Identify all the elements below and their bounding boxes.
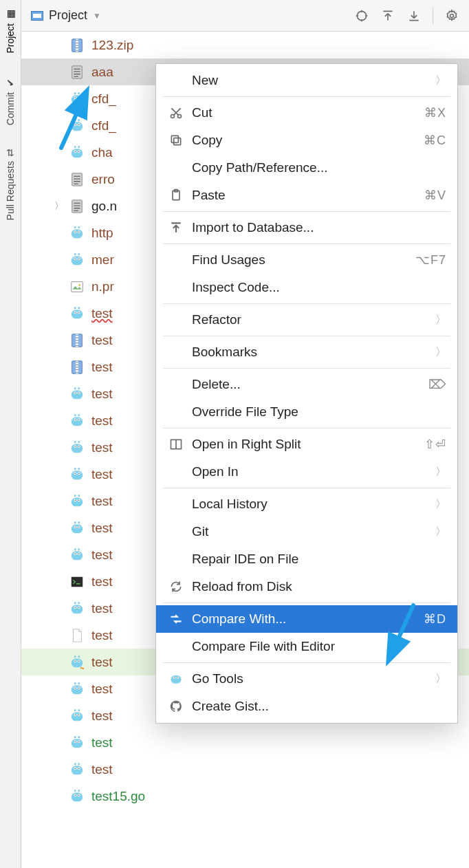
chevron-right-icon: 〉 (435, 497, 446, 512)
view-selector[interactable]: Project ▼ (31, 8, 101, 23)
file-type-icon (69, 279, 85, 294)
menu-label: Paste (192, 188, 424, 203)
menu-item[interactable]: Repair IDE on File (156, 545, 457, 573)
menu-separator (163, 488, 450, 488)
menu-item[interactable]: Import to Database... (156, 214, 457, 241)
menu-item[interactable]: Override File Type (156, 398, 457, 426)
menu-item[interactable]: Inspect Code... (156, 274, 457, 301)
svg-point-59 (78, 392, 79, 393)
svg-point-118 (78, 655, 80, 658)
file-type-icon (69, 387, 85, 402)
svg-point-66 (78, 419, 79, 420)
svg-point-122 (75, 687, 76, 688)
file-label: test (91, 306, 113, 321)
svg-rect-126 (72, 712, 83, 721)
menu-item[interactable]: Copy Path/Reference... (156, 154, 457, 182)
gear-icon[interactable] (444, 8, 459, 23)
expand-all-icon[interactable] (380, 8, 395, 23)
file-label: test (91, 708, 113, 724)
svg-point-95 (74, 521, 76, 523)
svg-rect-19 (72, 149, 83, 158)
menu-item[interactable]: Compare With...⌘D (156, 605, 457, 633)
menu-separator (163, 303, 450, 304)
menu-item[interactable]: Reload from Disk (156, 573, 457, 600)
file-label: test (91, 387, 113, 402)
menu-label: Copy (192, 133, 424, 148)
file-type-icon (69, 628, 85, 643)
menu-item[interactable]: Refactor〉 (156, 306, 457, 334)
file-type-icon (69, 226, 85, 241)
svg-point-39 (78, 258, 79, 259)
chevron-right-icon[interactable]: 〉 (54, 200, 64, 213)
menu-label: Refactor (192, 312, 435, 327)
menu-item[interactable]: Compare File with Editor (156, 633, 457, 660)
svg-rect-69 (72, 444, 83, 453)
menu-item[interactable]: Find Usages⌥F7 (156, 246, 457, 274)
svg-point-31 (75, 231, 76, 232)
svg-point-65 (75, 419, 76, 420)
menu-item[interactable]: Delete...⌦ (156, 371, 457, 398)
toolwindow-tab-project[interactable]: Project▦ (5, 4, 16, 58)
tree-row[interactable]: test15.go (21, 783, 469, 810)
menu-item[interactable]: Cut⌘X (156, 99, 457, 127)
file-label: aaa (91, 65, 113, 80)
svg-rect-28 (72, 229, 83, 238)
menu-item[interactable]: Open in Right Split⇧⏎ (156, 431, 457, 458)
tree-row[interactable]: test (21, 756, 469, 783)
svg-point-101 (78, 553, 79, 554)
svg-rect-90 (72, 524, 83, 533)
svg-point-50 (78, 306, 80, 309)
file-label: test15.go (91, 789, 145, 804)
svg-rect-105 (72, 605, 83, 614)
context-menu: New〉Cut⌘XCopy⌘CCopy Path/Reference...Pas… (155, 63, 458, 724)
file-type-icon (69, 306, 85, 321)
file-label: test (91, 413, 113, 428)
toolwindow-tab-commit[interactable]: Commit✔ (5, 73, 16, 129)
tree-row[interactable]: 123.zip (21, 32, 469, 58)
menu-label: Reload from Disk (192, 579, 446, 594)
file-type-icon (69, 547, 85, 563)
menu-item[interactable]: Bookmarks〉 (156, 338, 457, 366)
collapse-all-icon[interactable] (406, 8, 422, 23)
svg-rect-157 (171, 135, 178, 142)
menu-label: Go Tools (192, 671, 435, 686)
svg-rect-119 (72, 685, 83, 694)
svg-point-40 (74, 252, 76, 255)
menu-item[interactable]: Copy⌘C (156, 127, 457, 154)
project-view-icon (31, 11, 43, 21)
svg-point-123 (78, 687, 79, 688)
svg-point-125 (78, 682, 80, 684)
svg-rect-133 (72, 739, 83, 748)
svg-point-94 (78, 526, 79, 527)
file-type-icon (69, 682, 85, 697)
menu-item[interactable]: Create Gist... (156, 693, 457, 720)
menu-item[interactable]: New〉 (156, 67, 457, 94)
file-label: erro (91, 172, 115, 187)
svg-point-96 (78, 521, 80, 523)
svg-point-49 (74, 306, 76, 309)
menu-shortcut: ⌘V (424, 188, 446, 203)
locate-icon[interactable] (354, 8, 369, 23)
tree-row[interactable]: test (21, 729, 469, 756)
menu-item[interactable]: Git〉 (156, 518, 457, 545)
svg-point-79 (75, 473, 76, 473)
svg-point-81 (74, 467, 76, 470)
menu-label: Override File Type (192, 404, 446, 420)
file-type-icon (69, 494, 85, 509)
svg-point-43 (78, 283, 80, 285)
svg-point-41 (78, 252, 80, 255)
menu-item[interactable]: Go Tools〉 (156, 665, 457, 693)
menu-item[interactable]: Local History〉 (156, 490, 457, 518)
svg-point-153 (78, 789, 80, 792)
menu-item[interactable]: Paste⌘V (156, 182, 457, 209)
menu-item[interactable]: Open In〉 (156, 458, 457, 486)
svg-rect-44 (72, 310, 83, 318)
svg-point-58 (75, 392, 76, 393)
toolwindow-tab-pullrequests[interactable]: Pull Requests⇅ (5, 144, 16, 224)
svg-rect-12 (72, 122, 83, 131)
svg-point-102 (74, 547, 76, 550)
svg-rect-147 (72, 792, 83, 801)
menu-label: Bookmarks (192, 345, 435, 360)
svg-rect-97 (72, 551, 83, 560)
svg-point-47 (75, 312, 76, 312)
